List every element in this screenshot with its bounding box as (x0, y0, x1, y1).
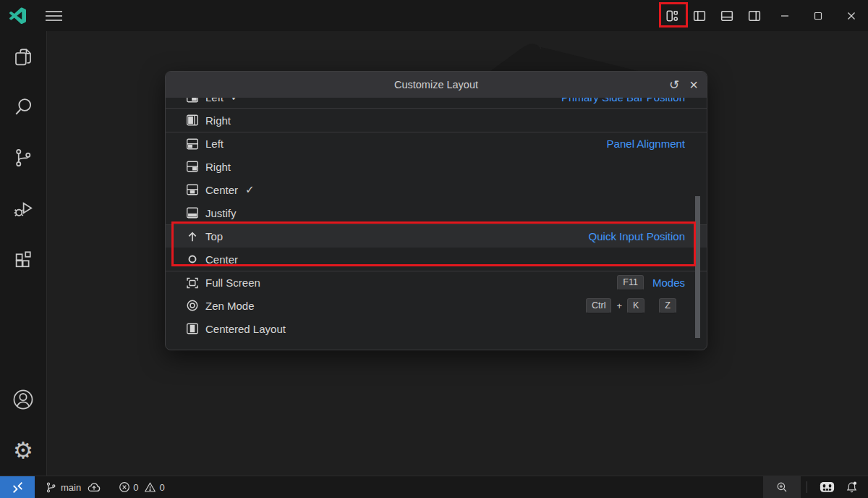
screen-full-icon (186, 277, 199, 290)
row-label: Left (205, 138, 224, 150)
row-label: Full Screen (205, 277, 260, 289)
branch-indicator[interactable]: main (41, 476, 106, 498)
reset-layout-icon[interactable]: ↺ (669, 79, 679, 91)
remote-indicator[interactable] (0, 476, 35, 498)
settings-gear-icon[interactable]: ⚙ (0, 425, 47, 476)
dialog-row-justify[interactable]: Justify (166, 201, 707, 224)
error-count: 0 (133, 482, 138, 493)
row-label: Zen Mode (205, 300, 255, 312)
dialog-row-centered-layout[interactable]: Centered Layout (166, 317, 707, 340)
status-bar: main 0 0 (0, 476, 868, 498)
accounts-icon[interactable] (0, 374, 47, 425)
minimize-button[interactable] (768, 0, 801, 31)
row-label: Right (205, 161, 231, 173)
close-window-button[interactable] (835, 0, 868, 31)
dialog-row-center[interactable]: Center ✓ (166, 178, 707, 201)
run-and-debug-icon[interactable] (0, 183, 47, 234)
section-label[interactable]: Panel Alignment (607, 138, 685, 150)
dialog-row-center[interactable]: Center (166, 248, 707, 271)
explorer-icon[interactable] (0, 31, 47, 82)
dialog-row-left[interactable]: Left ✓ Primary Side Bar Position (166, 98, 707, 109)
vscode-logo-icon (9, 7, 26, 24)
arrow-up-icon (186, 230, 199, 243)
source-control-icon[interactable] (0, 132, 47, 183)
row-label: Center (205, 253, 238, 266)
layout-sidebar-right-icon (186, 114, 199, 127)
dialog-row-right[interactable]: Right (166, 109, 707, 132)
maximize-button[interactable] (801, 0, 835, 31)
dialog-row-full-screen[interactable]: Full Screen F11 Modes (166, 271, 707, 294)
customize-layout-dialog: Customize Layout ↺ × Left ✓ Primary Side… (165, 71, 707, 350)
vscode-window: ⚙ Customize Layout ↺ × Left ✓ Primary Si… (0, 0, 868, 498)
branch-name: main (61, 482, 81, 493)
customize-layout-button[interactable] (658, 0, 686, 31)
title-bar (0, 0, 868, 31)
dialog-row-top[interactable]: Top Quick Input Position (166, 224, 707, 248)
layout-panel-right-icon (186, 160, 199, 173)
dialog-list: Left ✓ Primary Side Bar Position Right L… (166, 98, 707, 350)
dialog-header[interactable]: Customize Layout ↺ × (166, 72, 707, 98)
row-label: Top (205, 230, 223, 242)
statusbar-separator (807, 481, 807, 493)
editor-watermark (434, 33, 665, 71)
row-label: Center (205, 184, 238, 196)
keybinding: Ctrl+KZ (586, 298, 676, 313)
zoom-indicator[interactable] (763, 476, 801, 498)
check-icon: ✓ (231, 98, 240, 104)
extensions-icon[interactable] (0, 234, 47, 284)
layout-sidebar-left-icon (186, 98, 199, 104)
dialog-close-icon[interactable]: × (689, 77, 698, 92)
check-icon: ✓ (245, 183, 255, 196)
copilot-icon[interactable] (814, 476, 839, 498)
dialog-title: Customize Layout (166, 79, 707, 90)
section-label[interactable]: Quick Input Position (589, 230, 685, 242)
section-label[interactable]: Primary Side Bar Position (561, 98, 685, 104)
row-label: Right (205, 114, 231, 127)
toggle-secondary-sidebar-button[interactable] (741, 0, 768, 31)
dialog-scrollbar[interactable] (695, 196, 700, 338)
toggle-panel-button[interactable] (713, 0, 741, 31)
dialog-row-zen-mode[interactable]: Zen Mode Ctrl+KZ (166, 294, 707, 317)
row-label: Centered Layout (205, 323, 286, 335)
layout-panel-left-icon (186, 138, 199, 151)
layout-panel-center-icon (186, 183, 199, 196)
warning-count: 0 (159, 482, 164, 493)
dialog-row-left[interactable]: Left Panel Alignment (166, 132, 707, 155)
search-icon[interactable] (0, 82, 47, 132)
row-label: Justify (205, 207, 237, 219)
notifications-bell-icon[interactable] (839, 476, 864, 498)
record-small-icon (186, 253, 199, 266)
problems-indicator[interactable]: 0 0 (114, 476, 169, 498)
section-label[interactable]: Modes (652, 277, 685, 289)
layout-centered-icon (186, 322, 199, 335)
menu-hamburger-icon[interactable] (45, 10, 63, 22)
keybinding: F11 (617, 275, 644, 290)
row-label: Left (205, 98, 224, 104)
dialog-row-right[interactable]: Right (166, 155, 707, 178)
activity-bar: ⚙ (0, 31, 47, 476)
clipped-row-container: Left ✓ Primary Side Bar Position (166, 98, 707, 109)
layout-panel-justify-icon (186, 206, 199, 219)
zen-mode-icon (186, 299, 199, 312)
toggle-primary-sidebar-button[interactable] (686, 0, 713, 31)
